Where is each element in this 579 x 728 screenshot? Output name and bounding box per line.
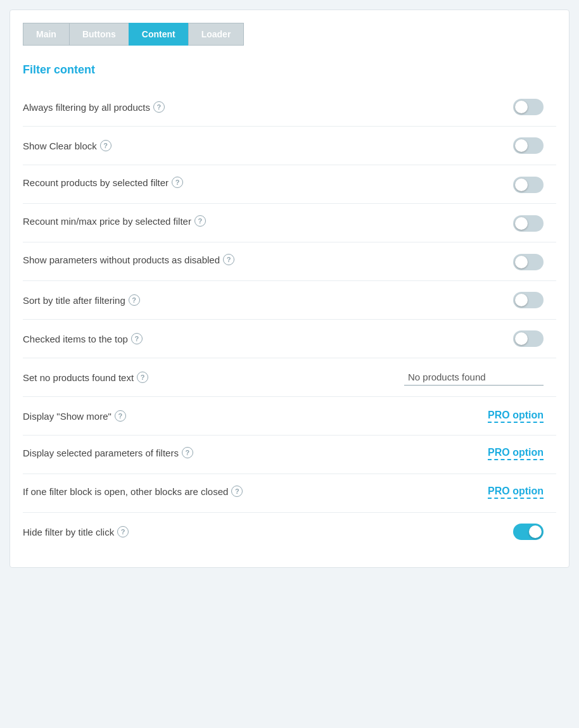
control-one-filter-open: PRO option bbox=[488, 486, 544, 499]
toggle-track-always-filtering bbox=[513, 99, 544, 115]
label-display-show-more: Display "Show more" ? bbox=[23, 410, 126, 422]
help-icon-one-filter-open[interactable]: ? bbox=[231, 486, 243, 497]
help-icon-hide-filter-title[interactable]: ? bbox=[117, 526, 129, 537]
help-icon-sort-by-title[interactable]: ? bbox=[129, 294, 140, 306]
tab-main[interactable]: Main bbox=[23, 23, 69, 46]
toggle-recount-products[interactable] bbox=[513, 177, 544, 193]
row-hide-filter-title: Hide filter by title click ? bbox=[23, 515, 556, 548]
help-icon-display-show-more[interactable]: ? bbox=[115, 410, 126, 422]
pro-option-one-filter-open[interactable]: PRO option bbox=[488, 486, 544, 499]
toggle-thumb-always-filtering bbox=[515, 101, 528, 113]
section-title: Filter content bbox=[23, 63, 556, 77]
label-text-display-selected-params: Display selected parameters of filters bbox=[23, 448, 179, 458]
row-checked-items-top: Checked items to the top ? bbox=[23, 322, 556, 355]
label-text-sort-by-title: Sort by title after filtering bbox=[23, 295, 125, 306]
label-text-checked-items-top: Checked items to the top bbox=[23, 334, 128, 344]
tab-buttons[interactable]: Buttons bbox=[69, 23, 129, 46]
control-checked-items-top bbox=[513, 330, 544, 347]
label-show-clear-block: Show Clear block ? bbox=[23, 140, 111, 151]
no-products-text-input[interactable] bbox=[404, 369, 544, 386]
row-show-parameters: Show parameters without products as disa… bbox=[23, 245, 556, 278]
toggle-thumb-recount-products bbox=[515, 179, 528, 191]
control-hide-filter-title bbox=[513, 524, 544, 540]
toggle-always-filtering[interactable] bbox=[513, 99, 544, 115]
toggle-track-recount-minmax bbox=[513, 215, 544, 232]
control-display-show-more: PRO option bbox=[488, 410, 544, 423]
label-display-selected-params: Display selected parameters of filters ? bbox=[23, 447, 193, 458]
tab-bar: Main Buttons Content Loader bbox=[23, 23, 556, 46]
toggle-checked-items-top[interactable] bbox=[513, 330, 544, 347]
label-no-products-text: Set no products found text ? bbox=[23, 372, 148, 383]
control-show-clear-block bbox=[513, 137, 544, 154]
toggle-show-clear-block[interactable] bbox=[513, 137, 544, 154]
toggle-thumb-recount-minmax bbox=[515, 217, 528, 230]
toggle-thumb-hide-filter-title bbox=[529, 525, 542, 538]
label-recount-products: Recount products by selected filter ? bbox=[23, 177, 183, 188]
label-text-recount-minmax: Recount min/max price by selected filter bbox=[23, 216, 191, 227]
toggle-recount-minmax[interactable] bbox=[513, 215, 544, 232]
toggle-track-show-clear-block bbox=[513, 137, 544, 154]
row-recount-products: Recount products by selected filter ? bbox=[23, 168, 556, 201]
row-no-products-text: Set no products found text ? bbox=[23, 361, 556, 394]
pro-option-display-selected-params[interactable]: PRO option bbox=[488, 447, 544, 460]
toggle-thumb-checked-items-top bbox=[515, 332, 528, 345]
control-show-parameters bbox=[513, 254, 544, 270]
label-text-always-filtering: Always filtering by all products bbox=[23, 102, 150, 113]
label-checked-items-top: Checked items to the top ? bbox=[23, 333, 143, 344]
toggle-thumb-show-clear-block bbox=[515, 139, 528, 152]
label-text-display-show-more: Display "Show more" bbox=[23, 411, 111, 422]
label-always-filtering: Always filtering by all products ? bbox=[23, 101, 165, 113]
settings-panel: Main Buttons Content Loader Filter conte… bbox=[10, 9, 569, 568]
label-show-parameters: Show parameters without products as disa… bbox=[23, 254, 234, 265]
control-always-filtering bbox=[513, 99, 544, 115]
row-always-filtering: Always filtering by all products ? bbox=[23, 91, 556, 123]
help-icon-always-filtering[interactable]: ? bbox=[153, 101, 165, 113]
control-no-products-text bbox=[404, 369, 544, 386]
toggle-track-show-parameters bbox=[513, 254, 544, 270]
toggle-track-hide-filter-title bbox=[513, 524, 544, 540]
row-show-clear-block: Show Clear block ? bbox=[23, 129, 556, 162]
pro-option-display-show-more[interactable]: PRO option bbox=[488, 410, 544, 423]
label-sort-by-title: Sort by title after filtering ? bbox=[23, 294, 140, 306]
help-icon-show-parameters[interactable]: ? bbox=[223, 254, 234, 265]
toggle-track-recount-products bbox=[513, 177, 544, 193]
label-text-recount-products: Recount products by selected filter bbox=[23, 177, 169, 188]
toggle-track-checked-items-top bbox=[513, 330, 544, 347]
help-icon-display-selected-params[interactable]: ? bbox=[182, 447, 193, 458]
help-icon-recount-products[interactable]: ? bbox=[172, 177, 183, 188]
toggle-thumb-show-parameters bbox=[515, 256, 528, 268]
label-hide-filter-title: Hide filter by title click ? bbox=[23, 526, 129, 537]
toggle-sort-by-title[interactable] bbox=[513, 292, 544, 308]
row-sort-by-title: Sort by title after filtering ? bbox=[23, 284, 556, 317]
row-recount-minmax: Recount min/max price by selected filter… bbox=[23, 206, 556, 239]
help-icon-checked-items-top[interactable]: ? bbox=[131, 333, 143, 344]
toggle-track-sort-by-title bbox=[513, 292, 544, 308]
label-one-filter-open: If one filter block is open, other block… bbox=[23, 486, 243, 497]
toggle-thumb-sort-by-title bbox=[515, 294, 528, 306]
help-icon-no-products-text[interactable]: ? bbox=[137, 372, 148, 383]
row-display-selected-params: Display selected parameters of filters ?… bbox=[23, 438, 556, 471]
label-text-one-filter-open: If one filter block is open, other block… bbox=[23, 486, 228, 497]
control-recount-products bbox=[513, 177, 544, 193]
control-display-selected-params: PRO option bbox=[488, 447, 544, 460]
label-text-show-clear-block: Show Clear block bbox=[23, 141, 97, 151]
label-text-show-parameters: Show parameters without products as disa… bbox=[23, 254, 220, 265]
help-icon-recount-minmax[interactable]: ? bbox=[194, 215, 206, 227]
row-display-show-more: Display "Show more" ? PRO option bbox=[23, 399, 556, 432]
label-text-no-products-text: Set no products found text bbox=[23, 372, 134, 383]
control-recount-minmax bbox=[513, 215, 544, 232]
label-text-hide-filter-title: Hide filter by title click bbox=[23, 527, 114, 537]
tab-content[interactable]: Content bbox=[129, 23, 188, 46]
label-recount-minmax: Recount min/max price by selected filter… bbox=[23, 215, 206, 227]
tab-loader[interactable]: Loader bbox=[188, 23, 245, 46]
toggle-show-parameters[interactable] bbox=[513, 254, 544, 270]
row-one-filter-open: If one filter block is open, other block… bbox=[23, 477, 556, 510]
toggle-hide-filter-title[interactable] bbox=[513, 524, 544, 540]
help-icon-show-clear-block[interactable]: ? bbox=[100, 140, 111, 151]
control-sort-by-title bbox=[513, 292, 544, 308]
